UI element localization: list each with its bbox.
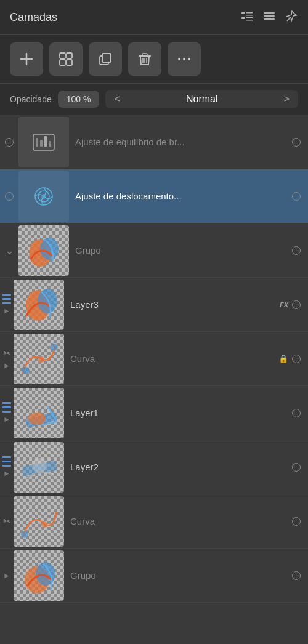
- layer-row[interactable]: ► Layer3 FX: [0, 278, 308, 332]
- layer-visibility-dot[interactable]: [292, 192, 301, 201]
- layer-thumbnail: [14, 280, 64, 330]
- svg-point-45: [32, 458, 47, 473]
- layer-visibility-dot[interactable]: [292, 246, 301, 255]
- duplicate-button[interactable]: [89, 42, 122, 76]
- vis-circle-icon[interactable]: [5, 138, 14, 147]
- line-indicator: [2, 302, 11, 304]
- opacity-bar: Opacidade 100 % < Normal >: [0, 84, 308, 115]
- blend-mode-name: Normal: [186, 94, 218, 105]
- layer-visibility-dot[interactable]: [292, 355, 301, 363]
- expand-chevron[interactable]: ►: [3, 415, 10, 424]
- expand-chevron[interactable]: ►: [3, 361, 10, 370]
- layer-right: [292, 571, 301, 580]
- layer-indicators: ✂: [0, 516, 14, 527]
- menu-icon[interactable]: [262, 9, 276, 26]
- scissors-icon: ✂: [3, 516, 11, 527]
- layer-row[interactable]: ✂ Curva: [0, 494, 308, 549]
- blend-mode-selector[interactable]: < Normal >: [105, 90, 298, 108]
- panel-title: Camadas: [10, 11, 57, 24]
- svg-rect-2: [246, 15, 253, 16]
- layer-indicators: ✂ ►: [0, 348, 14, 370]
- layer-name: Grupo: [75, 245, 286, 256]
- header-icons: [240, 9, 298, 26]
- layer-info: Layer2: [64, 462, 292, 472]
- opacity-label: Opacidade: [10, 94, 52, 104]
- svg-point-39: [22, 367, 30, 374]
- expand-chevron[interactable]: ►: [3, 469, 10, 478]
- layer-right: [292, 409, 301, 417]
- svg-point-24: [178, 58, 180, 60]
- layer-info: Grupo: [64, 570, 292, 581]
- blend-left-arrow[interactable]: <: [114, 94, 120, 105]
- layer-visibility-dot[interactable]: [292, 463, 301, 472]
- more-button[interactable]: [168, 42, 201, 76]
- layer-right: [292, 192, 301, 201]
- layer-thumbnail: [14, 496, 64, 547]
- layer-info: Layer1: [64, 408, 292, 418]
- opacity-value[interactable]: 100 %: [58, 91, 100, 108]
- layer-thumbnail: [14, 334, 64, 384]
- layer-row[interactable]: ⌄ Grupo: [0, 223, 308, 278]
- svg-rect-8: [264, 18, 275, 20]
- svg-point-46: [21, 531, 28, 538]
- layer-info: Curva: [64, 353, 278, 364]
- svg-rect-4: [246, 17, 253, 18]
- blend-right-arrow[interactable]: >: [284, 94, 290, 105]
- layer-visibility-dot[interactable]: [292, 409, 301, 417]
- svg-rect-30: [44, 136, 47, 147]
- svg-rect-14: [60, 60, 65, 65]
- svg-rect-13: [67, 53, 72, 58]
- svg-rect-0: [241, 12, 245, 14]
- svg-point-40: [38, 356, 44, 363]
- svg-rect-17: [102, 54, 111, 62]
- collapse-chevron[interactable]: ⌄: [5, 244, 14, 257]
- fx-badge: FX: [280, 301, 288, 308]
- expand-chevron[interactable]: ►: [3, 571, 10, 580]
- layer-thumbnail: [14, 388, 64, 438]
- layer-visibility-dot[interactable]: [292, 517, 301, 526]
- svg-point-25: [183, 58, 185, 60]
- grid-button[interactable]: [49, 42, 83, 76]
- svg-rect-31: [49, 141, 51, 147]
- expand-icon[interactable]: [240, 9, 254, 26]
- layer-name: Layer2: [70, 462, 286, 472]
- layer-row[interactable]: ► Layer1: [0, 386, 308, 440]
- add-button[interactable]: [10, 42, 43, 76]
- layer-thumbnail: [18, 171, 69, 222]
- visibility-toggle[interactable]: [0, 192, 18, 201]
- svg-rect-3: [241, 17, 245, 19]
- lock-icon: 🔒: [278, 354, 288, 363]
- layer-info: Ajuste de equilíbrio de br...: [69, 137, 292, 147]
- layer-visibility-dot[interactable]: [292, 138, 301, 147]
- visibility-toggle[interactable]: ⌄: [0, 244, 18, 257]
- layer-right: [292, 246, 301, 255]
- svg-rect-29: [40, 140, 43, 147]
- delete-button[interactable]: [128, 42, 161, 76]
- layer-indicators: ►: [0, 571, 14, 580]
- layer-row[interactable]: ► Layer2: [0, 440, 308, 494]
- layer-name: Layer1: [70, 408, 286, 418]
- scissors-icon: ✂: [3, 348, 11, 359]
- line-indicator: [2, 294, 11, 296]
- svg-rect-5: [246, 20, 253, 21]
- layer-info: Layer3: [64, 299, 280, 310]
- layer-row[interactable]: Ajuste de equilíbrio de br...: [0, 115, 308, 169]
- visibility-toggle[interactable]: [0, 138, 18, 147]
- layer-info: Grupo: [69, 245, 292, 256]
- svg-rect-6: [264, 12, 275, 14]
- svg-rect-12: [60, 53, 65, 58]
- svg-point-41: [51, 344, 58, 351]
- layer-right: 🔒: [278, 354, 301, 363]
- line-indicator: [2, 461, 11, 462]
- layer-row[interactable]: ► Grupo: [0, 549, 308, 603]
- expand-chevron[interactable]: ►: [3, 307, 10, 315]
- svg-point-43: [28, 413, 46, 425]
- pin-icon[interactable]: [285, 9, 298, 26]
- layer-row[interactable]: ✂ ► Curva 🔒: [0, 332, 308, 386]
- layer-row[interactable]: Ajuste de deslocamento...: [0, 169, 308, 223]
- vis-circle-icon[interactable]: [5, 192, 14, 201]
- line-indicator: [2, 298, 11, 300]
- layer-right: [292, 463, 301, 472]
- layer-visibility-dot[interactable]: [292, 300, 301, 309]
- layer-visibility-dot[interactable]: [292, 571, 301, 580]
